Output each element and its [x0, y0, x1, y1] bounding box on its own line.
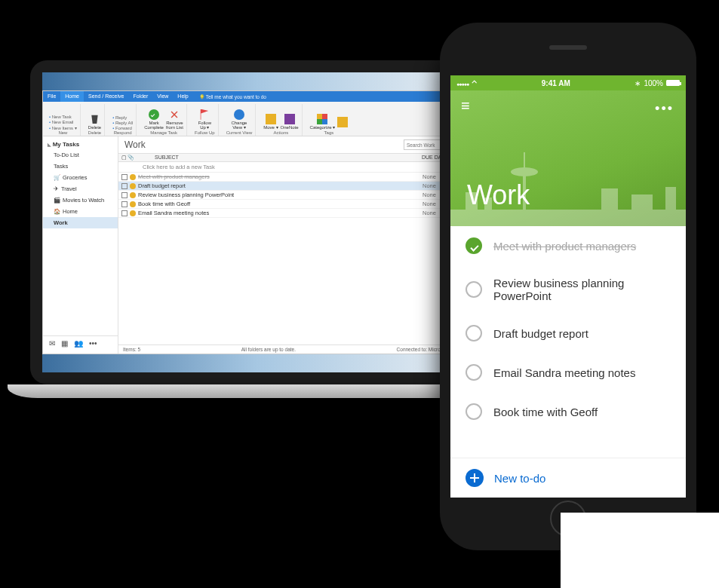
task-checkbox[interactable] — [121, 210, 128, 216]
move-icon — [266, 114, 276, 124]
todo-row[interactable]: Draft budget report — [450, 314, 686, 353]
onenote-button[interactable]: OneNote — [281, 114, 299, 130]
sidebar-item-to-do-list[interactable]: To-Do List — [43, 149, 118, 161]
add-task-input[interactable]: Click here to add a new Task — [118, 162, 470, 173]
categorize-button[interactable]: Categorize ▾ — [310, 114, 336, 130]
reply-button[interactable]: Reply — [112, 115, 133, 120]
trash-icon — [89, 114, 100, 124]
sidebar-item-icon: 🎬 — [54, 197, 60, 204]
status-sync: All folders are up to date. — [241, 347, 296, 352]
remove-icon — [167, 107, 183, 122]
reply-all-button[interactable]: Reply All — [112, 121, 133, 125]
new-todo-button[interactable]: New to-do — [450, 458, 686, 498]
svg-rect-8 — [524, 152, 525, 170]
onenote-label: OneNote — [281, 125, 299, 130]
calendar-icon[interactable]: ▦ — [61, 339, 68, 348]
sidebar-item-label: Movies to Watch — [63, 197, 104, 204]
list-hero: ≡ ••• Work — [450, 90, 686, 226]
todo-checkbox[interactable] — [466, 403, 482, 420]
new-email-button[interactable]: New Email — [49, 120, 77, 124]
todo-row[interactable]: Book time with Geoff — [450, 392, 686, 431]
sidebar-item-icon: 🏠 — [54, 208, 60, 215]
new-task-button[interactable]: New Task — [49, 115, 77, 119]
hamburger-menu-button[interactable]: ≡ — [461, 98, 470, 113]
todo-row[interactable]: Email Sandra meeting notes — [450, 353, 686, 392]
sidebar-item-home[interactable]: 🏠Home — [43, 206, 118, 217]
todo-checkbox[interactable] — [466, 325, 482, 341]
task-row[interactable]: Meet with product managersNone — [118, 173, 470, 182]
phone-screen: 9:41 AM 100% — [450, 75, 686, 498]
sidebar-item-work[interactable]: Work — [43, 217, 118, 228]
tab-folder[interactable]: Folder — [128, 91, 152, 102]
todo-list[interactable]: Meet with product managersReview busines… — [450, 226, 686, 458]
sidebar-item-groceries[interactable]: 🛒Groceries — [43, 172, 118, 183]
todo-text: Draft budget report — [493, 327, 588, 340]
task-checkbox[interactable] — [121, 201, 128, 207]
tell-me-label: Tell me what you want to do — [206, 94, 266, 100]
desktop-wallpaper — [42, 72, 471, 90]
move-button[interactable]: Move ▾ — [263, 114, 278, 130]
ios-status-bar: 9:41 AM 100% — [450, 75, 686, 90]
battery-icon — [666, 80, 680, 86]
ribbon-group-label: Delete — [88, 130, 101, 135]
sidebar-header-my-tasks[interactable]: My Tasks — [43, 139, 118, 149]
lightbulb-icon — [199, 94, 204, 100]
ribbon-group-respond: Reply Reply All Forward Respond — [109, 104, 137, 136]
tab-file[interactable]: File — [43, 91, 60, 102]
todo-text: Review business planning PowerPoint — [493, 277, 671, 302]
todo-text: Meet with product managers — [493, 240, 636, 253]
todo-row[interactable]: Meet with product managers — [450, 226, 686, 265]
mark-complete-label: Mark Complete — [144, 121, 164, 130]
todo-checkbox[interactable] — [466, 237, 482, 254]
sidebar-item-travel[interactable]: ✈Travel — [43, 183, 118, 194]
people-icon[interactable]: 👥 — [74, 339, 83, 348]
ribbon-group-label: Follow Up — [195, 130, 215, 135]
todo-checkbox[interactable] — [466, 364, 482, 381]
task-checkbox[interactable] — [121, 183, 128, 189]
delete-button[interactable]: Delete — [88, 114, 101, 130]
task-list-title: Work — [124, 139, 146, 150]
ribbon-group-label: New — [58, 130, 67, 135]
private-button[interactable] — [337, 117, 348, 127]
change-view-button[interactable]: Change View ▾ — [231, 109, 247, 130]
sidebar-item-label: Work — [54, 219, 68, 226]
ribbon-group-tags: Categorize ▾ Tags — [307, 104, 352, 136]
todo-row[interactable]: Review business planning PowerPoint — [450, 265, 686, 314]
laptop-base — [8, 384, 505, 398]
tab-help[interactable]: Help — [173, 91, 192, 102]
sidebar-item-icon: 🛒 — [54, 174, 60, 181]
categorize-icon — [317, 114, 327, 124]
cellular-signal-icon — [456, 79, 469, 87]
task-subject: Book time with Geoff — [138, 201, 420, 207]
sidebar-item-movies-to-watch[interactable]: 🎬Movies to Watch — [43, 194, 118, 206]
laptop-device: File Home Send / Receive Folder View Hel… — [30, 60, 483, 422]
tell-me-search[interactable]: Tell me what you want to do — [199, 94, 266, 100]
nav-more-icon[interactable]: ••• — [89, 339, 97, 348]
task-checkbox[interactable] — [121, 192, 128, 198]
task-category-icon — [130, 210, 136, 216]
sidebar-item-tasks[interactable]: Tasks — [43, 161, 118, 172]
task-category-icon — [130, 174, 136, 180]
more-options-button[interactable]: ••• — [655, 101, 674, 117]
battery-percent: 100% — [644, 79, 663, 87]
tab-home[interactable]: Home — [60, 91, 84, 102]
follow-up-button[interactable]: Follow Up ▾ — [198, 109, 211, 130]
outlook-ribbon: New Task New Email New Items ▾ New Delet… — [43, 102, 470, 136]
onenote-icon — [284, 114, 295, 124]
new-items-button[interactable]: New Items ▾ — [49, 125, 77, 130]
bluetooth-icon — [635, 79, 641, 87]
task-subject: Review business planning PowerPoint — [138, 191, 420, 198]
task-checkbox[interactable] — [121, 174, 128, 180]
mark-complete-button[interactable]: Mark Complete — [144, 109, 164, 130]
status-item-count: Items: 5 — [123, 347, 140, 352]
tab-send-receive[interactable]: Send / Receive — [84, 91, 128, 102]
mail-icon[interactable]: ✉ — [49, 339, 55, 348]
task-row[interactable]: Email Sandra meeting notesNone — [118, 209, 470, 218]
remove-from-list-button[interactable]: Remove from List — [166, 109, 183, 130]
task-row[interactable]: Draft budget reportNone — [118, 182, 470, 191]
task-row[interactable]: Book time with GeoffNone — [118, 200, 470, 209]
col-subject[interactable]: SUBJECT — [134, 155, 422, 161]
tab-view[interactable]: View — [152, 91, 173, 102]
todo-checkbox[interactable] — [466, 281, 482, 298]
task-row[interactable]: Review business planning PowerPointNone — [118, 191, 470, 200]
